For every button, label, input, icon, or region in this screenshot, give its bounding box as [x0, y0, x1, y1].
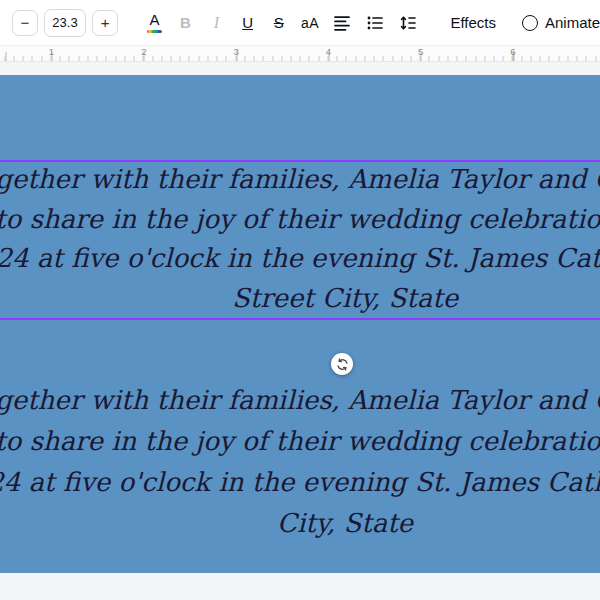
ruler-label: 4	[326, 46, 331, 57]
invitation-text-line: Together with their families, Amelia Tay…	[0, 380, 600, 421]
design-editor: − 23.3 + A B I U S aA	[0, 0, 600, 600]
text-color-icon: A	[150, 12, 160, 28]
rainbow-bar-icon	[147, 30, 162, 33]
italic-button[interactable]: I	[203, 9, 229, 37]
underline-button[interactable]: U	[235, 9, 261, 37]
wedding-invitation-text-2[interactable]: Together with their families, Amelia Tay…	[0, 380, 600, 544]
invitation-text-line: you to share in the joy of their wedding…	[0, 421, 600, 462]
ruler-label: 1	[49, 46, 54, 57]
effects-button[interactable]: Effects	[444, 9, 502, 37]
ruler-label: 2	[141, 46, 146, 57]
text-case-button[interactable]: aA	[297, 9, 323, 37]
invitation-text-line: 2024 at five o'clock in the evening St. …	[0, 462, 600, 503]
selection-border-bottom[interactable]	[0, 318, 600, 320]
invitation-text-line: City, State	[0, 503, 600, 544]
rotate-icon	[336, 358, 349, 371]
ruler-label: 6	[510, 46, 515, 57]
font-size-input[interactable]: 23.3	[44, 9, 87, 37]
wedding-invitation-text-1[interactable]: Together with their families, Amelia Tay…	[0, 160, 600, 318]
alignment-icon	[333, 14, 351, 32]
line-spacing-button[interactable]	[393, 9, 422, 37]
animate-icon	[522, 15, 538, 31]
font-size-increase-button[interactable]: +	[92, 10, 118, 36]
animate-button[interactable]: Animate	[522, 9, 600, 37]
font-size-decrease-button[interactable]: −	[12, 10, 38, 36]
line-spacing-icon	[399, 14, 417, 32]
bulleted-list-icon	[366, 14, 384, 32]
horizontal-ruler: 123456	[0, 45, 600, 62]
animate-label: Animate	[545, 14, 600, 31]
strikethrough-button[interactable]: S	[266, 9, 292, 37]
invitation-text-line: Street City, State	[0, 279, 600, 319]
workspace: Together with their families, Amelia Tay…	[0, 62, 600, 600]
text-color-button[interactable]: A	[142, 8, 167, 38]
toolbar: − 23.3 + A B I U S aA	[0, 0, 600, 45]
bold-button[interactable]: B	[172, 9, 198, 37]
alignment-button[interactable]	[327, 9, 356, 37]
bulleted-list-button[interactable]	[360, 9, 389, 37]
invitation-text-line: 2024 at five o'clock in the evening St. …	[0, 239, 600, 279]
ruler-label: 3	[233, 46, 238, 57]
selection-border-top[interactable]	[0, 160, 600, 162]
invitation-text-line: you to share in the joy of their wedding…	[0, 200, 600, 240]
invitation-text-line: Together with their families, Amelia Tay…	[0, 160, 600, 200]
ruler-label: 5	[418, 46, 423, 57]
rotate-handle[interactable]	[331, 353, 353, 375]
